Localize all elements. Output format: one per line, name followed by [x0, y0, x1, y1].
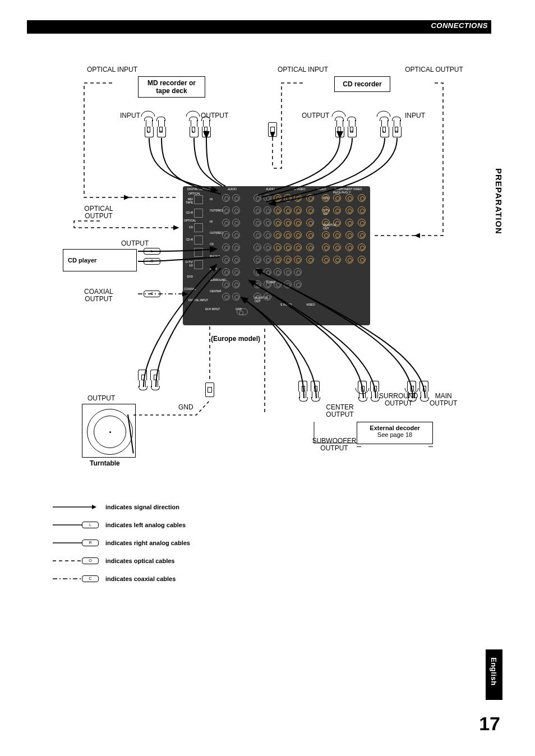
panel-jack	[264, 268, 271, 276]
label-input-cdr: INPUT	[405, 112, 425, 119]
legend-text-signal: indicates signal direction	[105, 504, 179, 510]
receiver-back-panel: DIGITAL OUTPUT AUDIO AUDIO S VIDEO VIDEO…	[183, 186, 370, 325]
panel-jack	[322, 219, 330, 227]
panel-jack	[274, 206, 282, 214]
label-europe-model: (Europe model)	[211, 335, 260, 343]
ext-foot-l	[357, 446, 361, 447]
legend-text-optical: indicates optical cables	[105, 557, 175, 564]
panel-jack	[294, 268, 302, 276]
panel-jack	[284, 194, 292, 202]
box-cd-player: CD player	[63, 249, 137, 271]
panel-jack	[322, 256, 330, 264]
panel-jack	[264, 206, 271, 214]
panel-jack	[358, 231, 366, 239]
panel-jack	[294, 219, 302, 227]
panel-jack	[306, 194, 314, 202]
label-input-md: INPUT	[120, 112, 140, 119]
panel-jack	[345, 231, 353, 239]
panel-jack	[358, 206, 366, 214]
optical-plug-bottom	[206, 384, 214, 397]
rca-md-in-r: R	[155, 120, 167, 137]
panel-jack	[253, 219, 261, 227]
side-tab-preparation: PREPARATION	[494, 168, 504, 234]
panel-jack	[322, 243, 330, 251]
panel-jack	[358, 243, 366, 251]
panel-jack	[264, 293, 271, 301]
panel-jack	[274, 219, 282, 227]
panel-jack	[322, 206, 330, 214]
panel-jack	[333, 194, 341, 202]
rca-md-out-l: L	[187, 120, 200, 137]
panel-jack	[274, 231, 282, 239]
panel-jack	[274, 256, 282, 264]
panel-jack	[253, 206, 261, 214]
jack-l: L	[144, 248, 160, 255]
rca-turntable-l	[137, 370, 149, 387]
ext-decoder-ref: See page 18	[357, 431, 432, 438]
panel-jack	[232, 256, 240, 264]
panel-jack	[284, 280, 292, 288]
panel-jack	[232, 231, 240, 239]
panel-jack	[284, 256, 292, 264]
panel-jack	[222, 219, 230, 227]
panel-jack	[253, 256, 261, 264]
panel-jack	[274, 243, 282, 251]
panel-jack	[232, 219, 240, 227]
panel-jack	[253, 243, 261, 251]
legend-row-signal: indicates signal direction	[53, 503, 243, 511]
legend: indicates signal direction L indicates l…	[53, 503, 243, 592]
panel-jack	[294, 206, 302, 214]
rca-main-r	[418, 381, 431, 398]
label-turntable: Turntable	[90, 460, 120, 467]
jack-c: C	[144, 291, 160, 297]
panel-jack	[322, 194, 330, 202]
panel-jack	[306, 243, 314, 251]
panel-jack	[264, 219, 271, 227]
page-number: 17	[479, 713, 500, 735]
box-external-decoder: External decoder See page 18	[357, 422, 433, 444]
panel-jack	[232, 206, 240, 214]
box-md-recorder: MD recorder or tape deck	[138, 76, 205, 98]
turntable-drawing	[82, 404, 136, 458]
panel-jack	[253, 268, 261, 276]
panel-jack	[222, 293, 230, 301]
panel-jack	[333, 219, 341, 227]
panel-jack	[264, 231, 271, 239]
panel-jack	[274, 268, 282, 276]
header-bar	[27, 20, 491, 34]
rca-center-r	[310, 381, 322, 398]
legend-text-coax: indicates coaxial cables	[105, 575, 176, 582]
legend-row-right: R indicates right analog cables	[53, 538, 243, 547]
label-optical-input-left: OPTICAL INPUT	[87, 66, 137, 73]
panel-jack	[232, 293, 240, 301]
rca-center-l	[297, 381, 310, 398]
panel-jack	[222, 268, 230, 276]
panel-jack	[284, 231, 292, 239]
label-output-cdr: OUTPUT	[302, 112, 329, 119]
panel-jack	[264, 280, 271, 288]
label-optical-output-left: OPTICAL OUTPUT	[84, 205, 113, 220]
ext-decoder-title: External decoder	[357, 425, 432, 431]
rca-cdr-in-l: L	[378, 120, 390, 137]
rca-cdr-out-l: L	[333, 120, 345, 137]
panel-jack	[264, 194, 271, 202]
panel-jack	[253, 293, 261, 301]
panel-jack	[333, 231, 341, 239]
panel-6ch-switch	[237, 308, 248, 315]
panel-jack	[306, 256, 314, 264]
label-output-cdp: OUTPUT	[121, 240, 149, 247]
panel-jack	[345, 219, 353, 227]
panel-jack	[345, 194, 353, 202]
legend-row-left: L indicates left analog cables	[53, 520, 243, 529]
rca-turntable-r	[149, 370, 162, 387]
panel-jack	[322, 231, 330, 239]
panel-jack	[222, 206, 230, 214]
optical-plug-mid	[268, 122, 276, 136]
legend-text-left: indicates left analog cables	[105, 522, 186, 528]
panel-jack	[306, 231, 314, 239]
legend-text-right: indicates right analog cables	[105, 540, 190, 546]
label-optical-output-right: OPTICAL OUTPUT	[405, 66, 463, 73]
panel-jack	[222, 194, 230, 202]
panel-jack	[306, 206, 314, 214]
panel-jack	[232, 243, 240, 251]
